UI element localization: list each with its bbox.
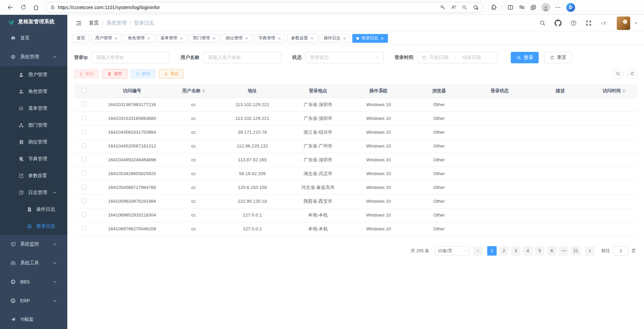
tab-字典管理[interactable]: 字典管理 [254, 34, 285, 43]
sidebar-item-param-settings[interactable]: 参数设置 [0, 167, 67, 184]
status-select[interactable]: 登录状态 [306, 52, 384, 63]
page-button-4[interactable]: 4 [523, 246, 533, 256]
next-page-button[interactable] [585, 246, 595, 256]
fullscreen-icon[interactable] [585, 20, 592, 26]
close-tab-icon[interactable] [381, 37, 384, 40]
close-tab-icon[interactable] [114, 37, 118, 40]
font-size-icon[interactable]: TT [601, 20, 608, 26]
row-checkbox[interactable] [82, 212, 86, 217]
sidebar-item-user-management[interactable]: 用户管理 [0, 66, 67, 83]
user-name-input[interactable]: 请输入用户名称 [203, 52, 281, 63]
favorites-list-icon[interactable] [518, 4, 525, 11]
row-checkbox[interactable] [82, 143, 86, 148]
sort-icon[interactable] [622, 89, 625, 93]
tab-登录日志[interactable]: 登录日志 [352, 34, 388, 43]
row-checkbox[interactable] [82, 129, 86, 134]
home-icon[interactable] [30, 2, 42, 13]
sidebar-item-home[interactable]: 首页 [0, 29, 67, 47]
page-button-2[interactable]: 2 [499, 246, 508, 256]
sidebar-item-dept-management[interactable]: 部门管理 [0, 117, 67, 134]
github-icon[interactable] [554, 20, 562, 27]
page-button-5[interactable]: 5 [535, 246, 544, 256]
close-tab-icon[interactable] [212, 37, 216, 40]
tab-部门管理[interactable]: 部门管理 [189, 34, 220, 43]
tab-参数设置[interactable]: 参数设置 [287, 34, 318, 43]
search-icon[interactable] [539, 20, 546, 26]
bing-chat-icon[interactable]: b [566, 2, 576, 12]
goto-page-input[interactable]: 1 [613, 246, 628, 256]
page-size-select[interactable]: 10条/页 [435, 246, 469, 256]
unlock-button[interactable]: 解锁 [131, 69, 155, 78]
login-ip-input[interactable]: 请输入登录Ip [92, 52, 170, 63]
more-pages-button[interactable]: ••• [559, 246, 568, 256]
row-checkbox[interactable] [82, 198, 86, 203]
delete-button[interactable]: 删除 [74, 69, 99, 78]
sidebar-item-dict-management[interactable]: 字典管理 [0, 151, 67, 167]
tab-角色管理[interactable]: 角色管理 [124, 34, 154, 43]
page-button-3[interactable]: 3 [511, 246, 521, 256]
page-button-21[interactable]: 21 [571, 246, 580, 256]
sidebar-item-post-management[interactable]: 岗位管理 [0, 134, 67, 151]
collapse-sidebar-icon[interactable] [75, 20, 82, 27]
address-bar[interactable]: https://ccnetcore.com:1101/system/log/lo… [46, 2, 483, 13]
sidebar-item-menu-management[interactable]: 菜单管理 [0, 100, 67, 117]
row-checkbox[interactable] [82, 185, 86, 189]
read-aloud-icon[interactable] [451, 4, 457, 10]
close-tab-icon[interactable] [147, 37, 150, 40]
refresh-icon[interactable] [17, 2, 29, 13]
reset-button[interactable]: 重置 [544, 52, 572, 63]
search-button[interactable]: 搜索 [511, 52, 539, 63]
more-menu-icon[interactable] [555, 4, 561, 10]
collections-icon[interactable] [530, 4, 537, 11]
refresh-table-icon[interactable] [627, 69, 637, 79]
sidebar-item-bbs[interactable]: BBS [0, 272, 67, 291]
app-logo[interactable]: 意框架管理系统 [0, 15, 67, 29]
browser-profile-avatar[interactable] [541, 3, 550, 12]
sidebar-item-system-monitor[interactable]: 系统监控 [0, 235, 67, 254]
export-button[interactable]: 导出 [159, 69, 184, 78]
sidebar-item-yi-framework[interactable]: Yi框架 [0, 310, 67, 329]
user-avatar[interactable] [617, 17, 630, 30]
password-key-icon[interactable] [440, 4, 446, 10]
sort-icon[interactable] [202, 89, 205, 93]
tab-首页[interactable]: 首页 [73, 34, 89, 43]
page-button-1[interactable]: 1 [487, 246, 497, 256]
tab-操作日志[interactable]: 操作日志 [320, 34, 350, 43]
extensions-icon[interactable] [491, 4, 497, 11]
date-range-picker[interactable]: 开始日期 - 结束日期 [417, 52, 498, 63]
url-text[interactable]: https://ccnetcore.com:1101/system/log/lo… [58, 5, 437, 10]
close-tab-icon[interactable] [310, 37, 314, 40]
split-screen-icon[interactable] [507, 4, 514, 11]
close-tab-icon[interactable] [180, 37, 183, 40]
row-checkbox[interactable] [82, 116, 86, 120]
select-all-checkbox[interactable] [82, 88, 86, 93]
row-checkbox[interactable] [82, 157, 86, 162]
sidebar-item-log-management[interactable]: 日志管理 [0, 184, 67, 201]
close-tab-icon[interactable] [245, 37, 248, 40]
close-tab-icon[interactable] [278, 37, 281, 40]
sidebar-item-erp[interactable]: ERP [0, 291, 67, 310]
column-header-用户名称[interactable]: 用户名称 [170, 84, 217, 98]
help-icon[interactable] [570, 20, 577, 26]
column-header-访问时间[interactable]: 访问时间 [591, 84, 637, 98]
zoom-out-icon[interactable] [462, 4, 468, 10]
clear-button[interactable]: 清空 [102, 69, 127, 78]
row-checkbox[interactable] [82, 226, 86, 231]
sidebar-item-login-log[interactable]: 登录日志 [0, 218, 67, 235]
page-button-6[interactable]: 6 [547, 246, 557, 256]
row-checkbox[interactable] [82, 102, 86, 106]
close-tab-icon[interactable] [343, 37, 346, 40]
sidebar-item-role-management[interactable]: 角色管理 [0, 83, 67, 100]
breadcrumb-home[interactable]: 首页 [89, 20, 99, 26]
back-icon[interactable] [5, 2, 16, 13]
sidebar-item-system-management[interactable]: 系统管理 [0, 47, 67, 66]
tab-菜单管理[interactable]: 菜单管理 [156, 34, 187, 43]
toggle-search-icon[interactable] [613, 69, 623, 79]
tab-用户管理[interactable]: 用户管理 [91, 34, 122, 43]
sidebar-item-operation-log[interactable]: 操作日志 [0, 201, 67, 218]
tab-岗位管理[interactable]: 岗位管理 [222, 34, 252, 43]
avatar-caret-icon[interactable] [634, 21, 638, 25]
sidebar-item-system-tools[interactable]: 系统工具 [0, 254, 67, 272]
favorite-star-icon[interactable] [472, 4, 479, 10]
row-checkbox[interactable] [82, 171, 86, 175]
